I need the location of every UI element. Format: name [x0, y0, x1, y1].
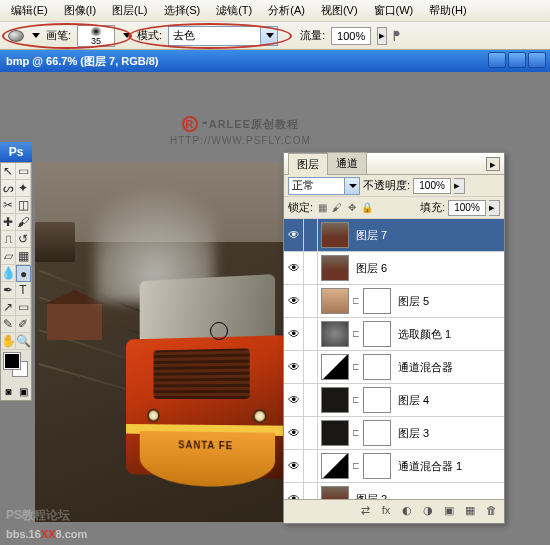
layer-name[interactable]: 图层 5	[394, 294, 504, 309]
color-swatches[interactable]	[1, 350, 31, 386]
layer-thumb[interactable]	[321, 354, 349, 380]
visibility-icon[interactable]: 👁	[284, 318, 304, 350]
tool-blur[interactable]: 💧	[1, 265, 16, 282]
layer-name[interactable]: 图层 2	[352, 492, 504, 500]
tool-pen[interactable]: ✒	[1, 282, 16, 299]
close-button[interactable]	[528, 52, 546, 68]
quickmask-icon[interactable]: ◙	[1, 386, 16, 400]
mask-icon[interactable]: ◐	[398, 504, 416, 520]
tool-dodge[interactable]: ●	[16, 265, 31, 282]
layer-thumb[interactable]	[321, 387, 349, 413]
minimize-button[interactable]	[488, 52, 506, 68]
layer-row[interactable]: 👁图层 2	[284, 483, 504, 499]
link-layers-icon[interactable]: ⇄	[356, 504, 374, 520]
lock-all-icon[interactable]: 🔒	[361, 202, 373, 214]
layer-row[interactable]: 👁⊏图层 3	[284, 417, 504, 450]
layer-thumb[interactable]	[321, 288, 349, 314]
screenmode-icon[interactable]: ▣	[16, 386, 31, 400]
brush-arrow[interactable]	[123, 33, 131, 38]
layer-thumb[interactable]	[321, 486, 349, 499]
tool-marquee[interactable]: ▭	[16, 163, 31, 180]
tool-slice[interactable]: ◫	[16, 197, 31, 214]
layer-thumb[interactable]	[321, 222, 349, 248]
mode-select[interactable]: 去色	[168, 26, 278, 46]
menu-item[interactable]: 选择(S)	[157, 0, 208, 21]
layer-thumb[interactable]	[321, 255, 349, 281]
layer-name[interactable]: 图层 6	[352, 261, 504, 276]
group-icon[interactable]: ▣	[440, 504, 458, 520]
visibility-icon[interactable]: 👁	[284, 450, 304, 482]
visibility-icon[interactable]: 👁	[284, 351, 304, 383]
mask-thumb[interactable]	[363, 387, 391, 413]
restore-button[interactable]	[508, 52, 526, 68]
tool-hand[interactable]: ✋	[1, 333, 16, 350]
brush-preset-picker[interactable]: 35	[77, 25, 115, 47]
tool-preset-arrow[interactable]	[32, 33, 40, 38]
tool-zoom[interactable]: 🔍	[16, 333, 31, 350]
visibility-icon[interactable]: 👁	[284, 219, 304, 251]
tool-shape[interactable]: ▭	[16, 299, 31, 316]
menu-item[interactable]: 滤镜(T)	[209, 0, 259, 21]
fill-value[interactable]: 100%	[448, 200, 486, 216]
layer-row[interactable]: 👁⊏图层 5	[284, 285, 504, 318]
menu-item[interactable]: 图层(L)	[105, 0, 154, 21]
fx-icon[interactable]: fx	[377, 504, 395, 520]
visibility-icon[interactable]: 👁	[284, 417, 304, 449]
layer-name[interactable]: 图层 7	[352, 228, 504, 243]
fill-slider[interactable]: ▸	[489, 200, 500, 216]
tool-gradient[interactable]: ▦	[16, 248, 31, 265]
tool-stamp[interactable]: ⎍	[1, 231, 16, 248]
tool-brush[interactable]: 🖌	[16, 214, 31, 231]
adj-layer-icon[interactable]: ◑	[419, 504, 437, 520]
layer-name[interactable]: 通道混合器 1	[394, 459, 504, 474]
menu-item[interactable]: 分析(A)	[261, 0, 312, 21]
menu-item[interactable]: 帮助(H)	[422, 0, 473, 21]
layer-name[interactable]: 图层 4	[394, 393, 504, 408]
layer-row[interactable]: 👁⊏通道混合器 1	[284, 450, 504, 483]
blend-mode-select[interactable]: 正常	[288, 177, 360, 195]
tool-notes[interactable]: ✎	[1, 316, 16, 333]
tool-move[interactable]: ↖	[1, 163, 16, 180]
lock-pos-icon[interactable]: ✥	[346, 202, 358, 214]
mask-thumb[interactable]	[363, 420, 391, 446]
menu-item[interactable]: 视图(V)	[314, 0, 365, 21]
layer-row[interactable]: 👁⊏选取颜色 1	[284, 318, 504, 351]
tool-lasso[interactable]: ᔕ	[1, 180, 16, 197]
mask-thumb[interactable]	[363, 321, 391, 347]
layer-row[interactable]: 👁⊏通道混合器	[284, 351, 504, 384]
tool-eraser[interactable]: ▱	[1, 248, 16, 265]
flow-slider[interactable]: ▸	[377, 27, 387, 45]
opacity-slider[interactable]: ▸	[454, 178, 465, 194]
panel-menu-icon[interactable]: ▸	[486, 157, 500, 171]
layer-thumb[interactable]	[321, 453, 349, 479]
flow-value[interactable]: 100%	[331, 27, 371, 45]
visibility-icon[interactable]: 👁	[284, 285, 304, 317]
layer-thumb[interactable]	[321, 420, 349, 446]
layer-row[interactable]: 👁图层 7	[284, 219, 504, 252]
layer-name[interactable]: 图层 3	[394, 426, 504, 441]
menu-item[interactable]: 图像(I)	[57, 0, 103, 21]
mask-thumb[interactable]	[363, 453, 391, 479]
new-layer-icon[interactable]: ▦	[461, 504, 479, 520]
mask-thumb[interactable]	[363, 354, 391, 380]
menu-item[interactable]: 窗口(W)	[367, 0, 421, 21]
tab-channels[interactable]: 通道	[327, 152, 367, 174]
tool-path[interactable]: ↗	[1, 299, 16, 316]
tool-history[interactable]: ↺	[16, 231, 31, 248]
visibility-icon[interactable]: 👁	[284, 252, 304, 284]
tab-layers[interactable]: 图层	[288, 153, 328, 175]
trash-icon[interactable]: 🗑	[482, 504, 500, 520]
layer-name[interactable]: 选取颜色 1	[394, 327, 504, 342]
layer-row[interactable]: 👁图层 6	[284, 252, 504, 285]
layer-thumb[interactable]	[321, 321, 349, 347]
opacity-value[interactable]: 100%	[413, 178, 451, 194]
airbrush-icon[interactable]: ᖰ	[393, 28, 409, 44]
tool-crop[interactable]: ✂	[1, 197, 16, 214]
tool-eyedrop[interactable]: ✐	[16, 316, 31, 333]
visibility-icon[interactable]: 👁	[284, 384, 304, 416]
layer-name[interactable]: 通道混合器	[394, 360, 504, 375]
mask-thumb[interactable]	[363, 288, 391, 314]
tool-type[interactable]: T	[16, 282, 31, 299]
menu-item[interactable]: 编辑(E)	[4, 0, 55, 21]
lock-trans-icon[interactable]: ▦	[316, 202, 328, 214]
